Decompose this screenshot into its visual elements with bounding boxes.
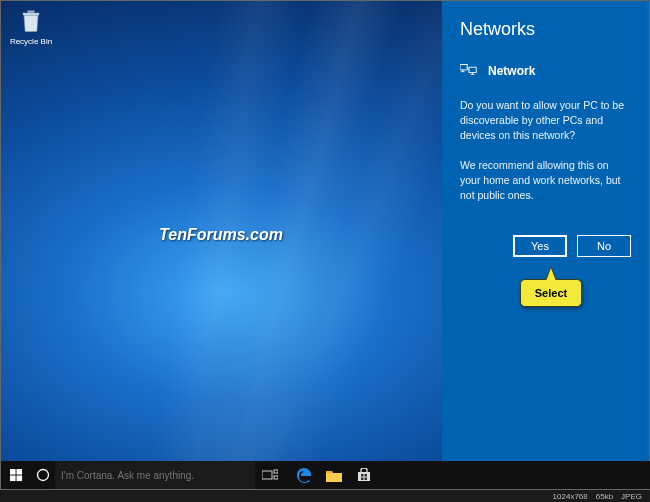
svg-rect-16 xyxy=(365,474,368,477)
recycle-bin-label: Recycle Bin xyxy=(10,37,52,46)
network-icon xyxy=(460,62,478,80)
start-button[interactable] xyxy=(1,461,31,489)
svg-rect-1 xyxy=(469,67,476,72)
meta-format: JPEG xyxy=(621,492,642,501)
svg-rect-13 xyxy=(274,470,278,473)
svg-rect-0 xyxy=(460,65,467,70)
yes-button[interactable]: Yes xyxy=(513,235,567,257)
meta-size: 65kb xyxy=(596,492,613,501)
svg-rect-10 xyxy=(16,475,22,481)
discovery-recommendation: We recommend allowing this on your home … xyxy=(460,158,631,204)
svg-rect-18 xyxy=(365,478,368,481)
svg-rect-8 xyxy=(16,469,22,475)
image-metadata-footer: 1024x768 65kb JPEG xyxy=(0,490,650,502)
svg-rect-17 xyxy=(361,478,364,481)
svg-rect-14 xyxy=(274,476,278,479)
file-explorer-icon[interactable] xyxy=(319,461,349,489)
callout-label: Select xyxy=(535,287,567,299)
select-callout: Select xyxy=(520,279,582,307)
task-view-button[interactable] xyxy=(255,461,285,489)
desktop: Recycle Bin TenForums.com Networks Netwo… xyxy=(0,0,650,490)
discovery-prompt: Do you want to allow your PC to be disco… xyxy=(460,98,631,144)
meta-dimensions: 1024x768 xyxy=(553,492,588,501)
networks-panel: Networks Network Do you want to allow yo… xyxy=(442,1,649,463)
watermark-text: TenForums.com xyxy=(1,226,441,244)
network-label: Network xyxy=(488,64,535,78)
recycle-bin[interactable]: Recycle Bin xyxy=(7,7,55,46)
svg-rect-15 xyxy=(361,474,364,477)
no-button[interactable]: No xyxy=(577,235,631,257)
button-row: Yes No xyxy=(460,235,631,257)
svg-point-11 xyxy=(38,470,49,481)
cortana-icon[interactable] xyxy=(31,461,55,489)
svg-rect-12 xyxy=(262,471,272,479)
svg-rect-9 xyxy=(10,475,16,481)
svg-rect-7 xyxy=(10,469,16,475)
recycle-bin-icon xyxy=(7,7,55,35)
network-item[interactable]: Network xyxy=(460,62,631,80)
taskbar xyxy=(1,461,650,489)
panel-title: Networks xyxy=(460,19,631,40)
store-icon[interactable] xyxy=(349,461,379,489)
cortana-search-input[interactable] xyxy=(55,461,255,489)
edge-app-icon[interactable] xyxy=(289,461,319,489)
